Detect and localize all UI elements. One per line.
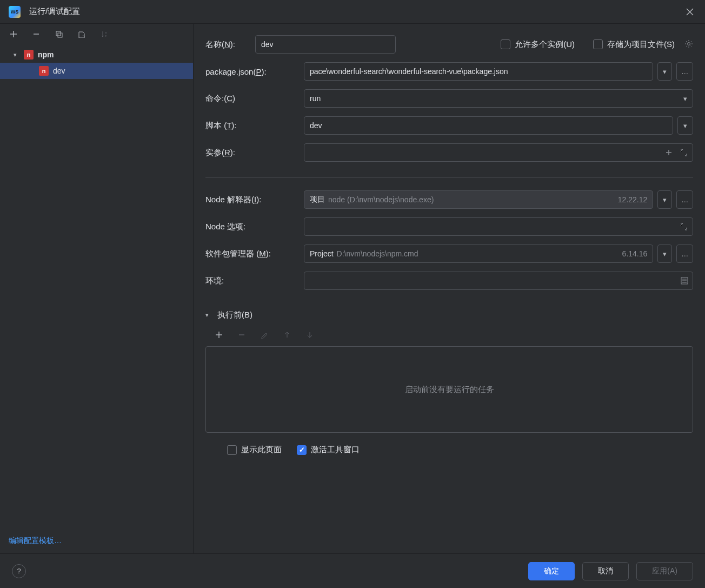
edit-templates-link[interactable]: 编辑配置模板… [9, 536, 62, 545]
allow-multiple-label: 允许多个实例(U) [515, 39, 575, 50]
package-json-browse[interactable]: … [676, 62, 693, 81]
sidebar: az ▾ n npm n dev 编辑配置模板… [0, 24, 194, 553]
package-json-field[interactable]: pace\wonderful-search\wonderful-search-v… [304, 62, 653, 81]
sort-button[interactable]: az [98, 28, 110, 40]
titlebar: WS 运行/调试配置 [0, 0, 705, 24]
node-options-label: Node 选项: [205, 222, 297, 232]
args-input[interactable] [304, 143, 693, 162]
npm-icon: n [39, 66, 49, 76]
tree-item-label: dev [53, 67, 65, 75]
env-label: 环境: [205, 276, 297, 286]
before-launch-label: 执行前(B) [217, 310, 252, 320]
run-debug-config-dialog: WS 运行/调试配置 az ▾ n npm n [0, 0, 705, 588]
scripts-field[interactable]: dev [304, 116, 673, 135]
chevron-down-icon: ▾ [205, 312, 214, 319]
cancel-button[interactable]: 取消 [582, 562, 629, 580]
tree-item-dev[interactable]: n dev [0, 63, 193, 79]
before-launch-list: 启动前没有要运行的任务 [205, 346, 693, 433]
env-list-icon[interactable] [679, 275, 690, 287]
package-manager-browse[interactable]: … [676, 245, 693, 263]
before-up-button[interactable] [283, 331, 291, 340]
remove-config-button[interactable] [30, 28, 42, 40]
package-manager-dropdown[interactable]: ▾ [657, 245, 672, 263]
dialog-footer: ? 确定 取消 应用(A) [0, 553, 705, 588]
package-manager-field[interactable]: Project D:\nvm\nodejs\npm.cmd 6.14.16 [304, 245, 653, 263]
chevron-down-icon: ▾ [683, 95, 687, 103]
gear-icon[interactable] [684, 39, 693, 50]
tree-group-npm[interactable]: ▾ n npm [0, 47, 193, 63]
package-json-label: package.json(P): [205, 67, 297, 76]
name-label: 名称(N): [205, 39, 249, 50]
before-launch-empty-text: 启动前没有要运行的任务 [405, 385, 494, 395]
env-input[interactable] [304, 272, 693, 290]
ok-button[interactable]: 确定 [528, 562, 575, 580]
before-launch-header[interactable]: ▾ 执行前(B) [205, 310, 693, 320]
node-interpreter-field[interactable]: 项目 node (D:\nvm\nodejs\node.exe) 12.22.1… [304, 190, 653, 209]
npm-icon: n [24, 50, 34, 60]
command-select[interactable]: run ▾ [304, 89, 693, 108]
tree-group-label: npm [38, 50, 54, 59]
close-button[interactable] [683, 5, 696, 18]
checkbox-icon [501, 39, 510, 49]
help-button[interactable]: ? [12, 564, 26, 578]
config-panel: 名称(N): 允许多个实例(U) 存储为项目文件(S) pack [194, 24, 705, 553]
before-remove-button[interactable] [238, 331, 245, 340]
config-tree: ▾ n npm n dev [0, 44, 193, 528]
args-label: 实参(R): [205, 148, 297, 158]
add-config-button[interactable] [8, 28, 19, 40]
save-temp-config-button[interactable] [76, 28, 88, 40]
copy-config-button[interactable] [53, 28, 65, 40]
webstorm-icon: WS [9, 6, 21, 18]
scripts-dropdown[interactable]: ▾ [677, 116, 693, 135]
package-manager-label: 软件包管理器 (M): [205, 249, 297, 259]
svg-text:z: z [105, 34, 107, 37]
before-add-button[interactable] [215, 331, 223, 340]
svg-rect-1 [58, 33, 62, 37]
name-input[interactable] [255, 35, 396, 54]
expand-icon[interactable] [677, 149, 690, 156]
store-project-file-checkbox[interactable]: 存储为项目文件(S) [593, 39, 675, 50]
show-page-checkbox[interactable]: 显示此页面 [227, 445, 282, 455]
svg-point-4 [688, 42, 690, 45]
before-launch-toolbar [205, 325, 693, 346]
node-interpreter-browse[interactable]: … [676, 190, 693, 209]
scripts-label: 脚本 (T): [205, 121, 297, 131]
svg-rect-0 [56, 31, 61, 36]
package-json-dropdown[interactable]: ▾ [657, 62, 672, 81]
node-options-input[interactable] [304, 217, 693, 236]
node-interpreter-dropdown[interactable]: ▾ [657, 190, 672, 209]
insert-macro-icon[interactable] [662, 149, 675, 156]
show-page-label: 显示此页面 [241, 445, 282, 455]
before-down-button[interactable] [306, 331, 314, 340]
checkbox-icon [593, 39, 603, 49]
dialog-title: 运行/调试配置 [29, 6, 683, 17]
apply-button[interactable]: 应用(A) [636, 562, 693, 580]
activate-tool-checkbox[interactable]: 激活工具窗口 [297, 445, 360, 455]
activate-tool-label: 激活工具窗口 [311, 445, 360, 455]
command-label: 命令:(C) [205, 94, 297, 104]
chevron-down-icon: ▾ [11, 51, 19, 58]
checkbox-checked-icon [297, 445, 307, 455]
sidebar-toolbar: az [0, 24, 193, 44]
expand-icon[interactable] [677, 223, 690, 230]
node-interpreter-label: Node 解释器(I): [205, 195, 297, 205]
store-project-file-label: 存储为项目文件(S) [607, 39, 675, 50]
checkbox-icon [227, 445, 237, 455]
allow-multiple-checkbox[interactable]: 允许多个实例(U) [501, 39, 575, 50]
before-edit-button[interactable] [261, 331, 268, 340]
